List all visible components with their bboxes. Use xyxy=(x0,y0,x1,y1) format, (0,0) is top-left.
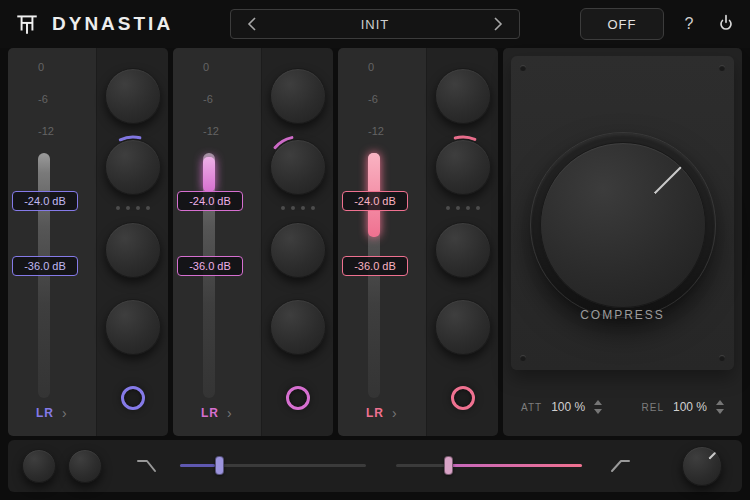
scale-label: -6 xyxy=(38,93,48,105)
band3-knob-a[interactable] xyxy=(435,68,491,124)
scale-label: -12 xyxy=(38,125,54,137)
band-strip-1: 0 -6 -12 -24.0 dB -36.0 dB LR › xyxy=(8,48,168,436)
preset-next-icon[interactable] xyxy=(487,13,509,35)
main-area: 0 -6 -12 -24.0 dB -36.0 dB LR › xyxy=(0,48,750,436)
channel-selector[interactable]: LR › xyxy=(36,405,67,421)
rel-value[interactable]: 100 % xyxy=(673,400,707,414)
band2-knob-a[interactable] xyxy=(270,68,326,124)
band1-knob-b-wrap xyxy=(99,133,167,201)
band3-knob-b-wrap xyxy=(429,133,497,201)
bottom-knob-1[interactable] xyxy=(22,449,56,483)
high-crossover-slider xyxy=(396,456,582,476)
channel-selector[interactable]: LR › xyxy=(366,405,397,421)
meter-signal-segment xyxy=(203,157,215,192)
preset-prev-icon[interactable] xyxy=(241,13,263,35)
band2-knob-d[interactable] xyxy=(270,299,326,355)
band3-knob-column xyxy=(426,48,498,436)
threshold-high-label[interactable]: -24.0 dB xyxy=(12,191,78,211)
screw-icon xyxy=(719,65,725,71)
band1-knob-a[interactable] xyxy=(105,68,161,124)
band3-knob-b[interactable] xyxy=(435,139,491,195)
bypass-button[interactable]: OFF xyxy=(580,8,664,40)
band3-listen-ring-button[interactable] xyxy=(451,386,475,410)
stepper-up-down-icon[interactable] xyxy=(716,400,724,414)
help-button[interactable]: ? xyxy=(678,15,700,33)
screw-icon xyxy=(520,65,526,71)
slider-handle[interactable] xyxy=(215,456,224,475)
master-output-knob[interactable] xyxy=(682,446,722,486)
compressor-panel: COMPRESS ATT 100 % REL 100 % xyxy=(503,48,742,436)
att-param: ATT 100 % xyxy=(521,400,602,414)
bottom-bar xyxy=(8,440,742,492)
scale-label: -12 xyxy=(368,125,384,137)
low-crossover-slider xyxy=(180,456,366,476)
band1-knob-b[interactable] xyxy=(105,139,161,195)
band2-knob-b[interactable] xyxy=(270,139,326,195)
rel-param: REL 100 % xyxy=(642,400,724,414)
slider-handle[interactable] xyxy=(444,456,453,475)
scale-label: 0 xyxy=(38,61,44,73)
band-strip-2: 0 -6 -12 -24.0 dB -36.0 dB LR › xyxy=(173,48,333,436)
band3-knob-d[interactable] xyxy=(435,299,491,355)
divider-dots xyxy=(281,206,315,210)
compressor-faceplate: COMPRESS xyxy=(511,56,734,370)
divider-dots xyxy=(446,206,480,210)
band1-knob-c[interactable] xyxy=(105,222,161,278)
app-title: DYNASTIA xyxy=(52,13,173,35)
threshold-low-label[interactable]: -36.0 dB xyxy=(177,256,243,276)
rel-label: REL xyxy=(642,402,664,413)
preset-selector: INIT xyxy=(230,9,520,39)
preset-name[interactable]: INIT xyxy=(361,17,390,32)
slider-fill xyxy=(444,464,582,467)
chevron-right-icon: › xyxy=(62,405,67,421)
channel-label: LR xyxy=(36,406,54,420)
band3-knob-c[interactable] xyxy=(435,222,491,278)
scale-label: -12 xyxy=(203,125,219,137)
band2-listen-ring-button[interactable] xyxy=(286,386,310,410)
knob-indicator xyxy=(701,452,716,467)
highpass-filter-icon xyxy=(610,456,632,476)
scale-label: -6 xyxy=(368,93,378,105)
app-logo-icon xyxy=(12,9,42,39)
divider-dots xyxy=(116,206,150,210)
header-bar: DYNASTIA INIT OFF ? xyxy=(0,0,750,48)
band2-knob-column xyxy=(261,48,333,436)
threshold-low-label[interactable]: -36.0 dB xyxy=(342,256,408,276)
slider-fill xyxy=(180,464,215,467)
band1-knob-d[interactable] xyxy=(105,299,161,355)
stepper-up-down-icon[interactable] xyxy=(594,400,602,414)
power-icon[interactable] xyxy=(714,12,738,36)
channel-label: LR xyxy=(366,406,384,420)
threshold-high-label[interactable]: -24.0 dB xyxy=(177,191,243,211)
att-rel-row: ATT 100 % REL 100 % xyxy=(503,378,742,436)
band1-listen-ring-button[interactable] xyxy=(121,386,145,410)
band2-meter-column: 0 -6 -12 -24.0 dB -36.0 dB LR › xyxy=(173,48,261,436)
scale-label: 0 xyxy=(203,61,209,73)
band2-knob-b-wrap xyxy=(264,133,332,201)
att-label: ATT xyxy=(521,402,542,413)
band3-meter-column: 0 -6 -12 -24.0 dB -36.0 dB LR › xyxy=(338,48,426,436)
chevron-right-icon: › xyxy=(227,405,232,421)
bottom-knob-2[interactable] xyxy=(68,449,102,483)
scale-label: 0 xyxy=(368,61,374,73)
channel-label: LR xyxy=(201,406,219,420)
compress-knob-ring xyxy=(530,132,716,318)
scale-label: -6 xyxy=(203,93,213,105)
knob-indicator xyxy=(622,166,681,225)
compress-knob[interactable] xyxy=(540,142,706,308)
band1-meter-column: 0 -6 -12 -24.0 dB -36.0 dB LR › xyxy=(8,48,96,436)
band-strip-3: 0 -6 -12 -24.0 dB -36.0 dB LR › xyxy=(338,48,498,436)
lowpass-filter-icon xyxy=(136,456,158,476)
chevron-right-icon: › xyxy=(392,405,397,421)
threshold-high-label[interactable]: -24.0 dB xyxy=(342,191,408,211)
compress-label: COMPRESS xyxy=(511,308,734,322)
band2-knob-c[interactable] xyxy=(270,222,326,278)
band1-knob-column xyxy=(96,48,168,436)
channel-selector[interactable]: LR › xyxy=(201,405,232,421)
att-value[interactable]: 100 % xyxy=(551,400,585,414)
screw-icon xyxy=(520,355,526,361)
threshold-low-label[interactable]: -36.0 dB xyxy=(12,256,78,276)
screw-icon xyxy=(719,355,725,361)
